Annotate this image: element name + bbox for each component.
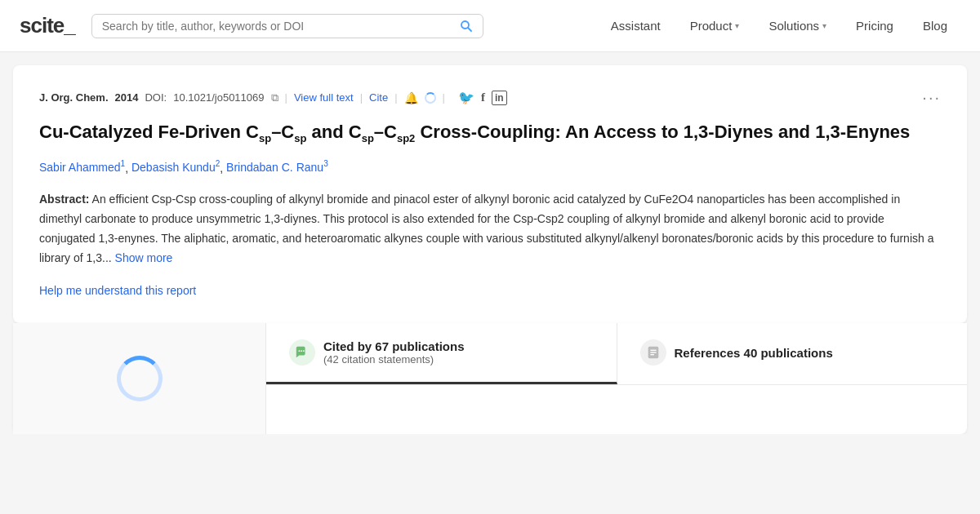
cited-by-sub-label: (42 citation statements)	[323, 353, 465, 366]
product-chevron: ▾	[735, 21, 739, 30]
separator-2: |	[360, 91, 363, 104]
nav-item-product[interactable]: Product ▾	[677, 12, 753, 39]
bell-icon[interactable]: 🔔	[404, 91, 418, 104]
journal-name: J. Org. Chem.	[39, 91, 109, 104]
nav-item-solutions[interactable]: Solutions ▾	[755, 12, 840, 39]
references-icon	[640, 339, 666, 366]
more-options-button[interactable]: ···	[922, 88, 941, 107]
help-link[interactable]: Help me understand this report	[39, 284, 196, 297]
logo[interactable]: scite_	[20, 13, 75, 38]
large-loading-spinner	[117, 356, 163, 401]
social-icons: 🐦 f in	[458, 90, 507, 105]
bottom-section: Cited by 67 publications (42 citation st…	[13, 323, 967, 434]
nav-item-assistant[interactable]: Assistant	[598, 12, 674, 39]
svg-point-2	[299, 351, 301, 352]
logo-text: scite	[20, 13, 64, 38]
copy-icon[interactable]: ⧉	[271, 91, 278, 104]
nav-links: Assistant Product ▾ Solutions ▾ Pricing …	[598, 12, 960, 39]
cited-by-icon	[289, 339, 315, 366]
view-full-text-link[interactable]: View full text	[294, 91, 354, 104]
authors-list: Sabir Ahammed1, Debasish Kundu2, Brindab…	[39, 160, 941, 175]
abstract-label: Abstract:	[39, 193, 89, 206]
search-icon	[460, 20, 473, 33]
abstract-text: An efficient Csp-Csp cross-coupling of a…	[39, 193, 933, 264]
author-3-link[interactable]: Brindaban C. Ranu3	[226, 161, 328, 174]
references-text: References 40 publications	[675, 346, 833, 360]
svg-line-1	[468, 28, 471, 31]
paper-year: 2014	[115, 91, 139, 104]
cited-by-text: Cited by 67 publications (42 citation st…	[323, 339, 465, 366]
nav-item-pricing[interactable]: Pricing	[843, 12, 906, 39]
search-bar[interactable]	[91, 14, 483, 38]
separator-4: |	[443, 91, 445, 104]
navbar: scite_ Assistant Product ▾ Solutions ▾ P…	[0, 0, 980, 52]
search-input[interactable]	[102, 20, 453, 33]
paper-card: J. Org. Chem. 2014 DOI: 10.1021/jo501106…	[13, 65, 967, 323]
doi-label: DOI:	[145, 91, 167, 104]
svg-point-3	[301, 351, 302, 352]
tabs-row: Cited by 67 publications (42 citation st…	[266, 323, 967, 385]
references-main-label: References 40 publications	[675, 346, 833, 360]
loading-spinner	[425, 92, 436, 104]
meta-line: J. Org. Chem. 2014 DOI: 10.1021/jo501106…	[39, 88, 941, 107]
paper-title: Cu-Catalyzed Fe-Driven Csp–Csp and Csp–C…	[39, 120, 941, 147]
show-more-link[interactable]: Show more	[115, 251, 173, 264]
tabs-panel: Cited by 67 publications (42 citation st…	[266, 323, 967, 434]
separator-1: |	[285, 91, 287, 104]
svg-point-4	[303, 351, 305, 352]
linkedin-icon[interactable]: in	[492, 91, 507, 105]
separator-3: |	[394, 91, 397, 104]
logo-underscore: _	[64, 13, 74, 38]
solutions-chevron: ▾	[822, 21, 826, 30]
nav-item-blog[interactable]: Blog	[910, 12, 960, 39]
cite-link[interactable]: Cite	[369, 91, 388, 104]
author-2-link[interactable]: Debasish Kundu2	[131, 161, 220, 174]
tab-references[interactable]: References 40 publications	[617, 323, 968, 384]
cited-by-main-label: Cited by 67 publications	[323, 339, 465, 353]
author-1-link[interactable]: Sabir Ahammed1	[39, 161, 125, 174]
twitter-icon[interactable]: 🐦	[458, 90, 474, 105]
left-spinner-panel	[13, 323, 266, 434]
facebook-icon[interactable]: f	[481, 91, 485, 104]
abstract-section: Abstract: An efficient Csp-Csp cross-cou…	[39, 190, 941, 268]
tab-cited-by[interactable]: Cited by 67 publications (42 citation st…	[266, 323, 617, 384]
doi-value: 10.1021/jo5011069	[173, 91, 264, 104]
